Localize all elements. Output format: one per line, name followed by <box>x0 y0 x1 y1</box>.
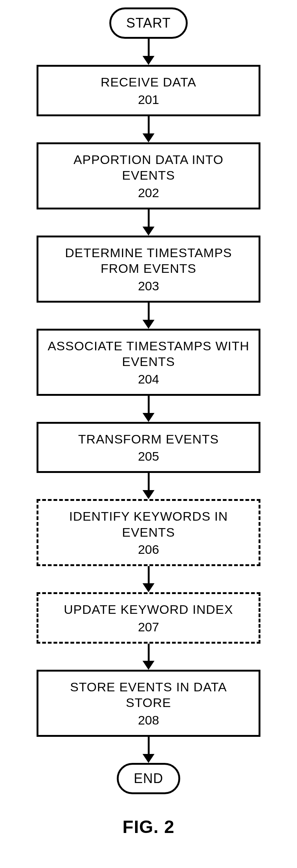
arrow-head <box>143 754 154 763</box>
arrow-head <box>143 661 154 670</box>
box-number: 208 <box>46 713 251 727</box>
box-title: STORE EVENTS IN DATA STORE <box>46 679 251 711</box>
arrow-line <box>148 473 150 490</box>
arrow-head <box>143 227 154 236</box>
process-box-207: UPDATE KEYWORD INDEX 207 <box>37 592 260 644</box>
end-terminal: END <box>117 763 180 794</box>
arrow-line <box>148 396 150 413</box>
arrow-line <box>148 39 150 56</box>
figure-caption: FIG. 2 <box>122 817 174 837</box>
arrow-line <box>148 303 150 320</box>
process-box-204: ASSOCIATE TIMESTAMPS WITH EVENTS 204 <box>37 329 260 396</box>
arrow-line <box>148 566 150 584</box>
arrow-line <box>148 209 150 227</box>
process-box-201: RECEIVE DATA 201 <box>37 65 260 116</box>
arrow-head <box>143 56 154 65</box>
box-number: 206 <box>46 542 251 557</box>
arrow <box>143 473 154 499</box>
end-label: END <box>134 771 163 786</box>
box-title: RECEIVE DATA <box>46 74 251 90</box>
arrow <box>143 303 154 329</box>
process-box-202: APPORTION DATA INTO EVENTS 202 <box>37 142 260 209</box>
arrow-head <box>143 583 154 592</box>
arrow-line <box>148 737 150 754</box>
arrow-line <box>148 116 150 134</box>
arrow <box>143 209 154 236</box>
arrow-line <box>148 644 150 661</box>
arrow <box>143 566 154 592</box>
process-box-208: STORE EVENTS IN DATA STORE 208 <box>37 670 260 737</box>
box-number: 204 <box>46 372 251 386</box>
box-number: 201 <box>46 92 251 107</box>
arrow-head <box>143 133 154 142</box>
arrow <box>143 39 154 65</box>
box-title: APPORTION DATA INTO EVENTS <box>46 152 251 183</box>
arrow-head <box>143 413 154 422</box>
flowchart: START RECEIVE DATA 201 APPORTION DATA IN… <box>0 0 297 852</box>
arrow <box>143 644 154 670</box>
arrow-head <box>143 490 154 499</box>
arrow <box>143 396 154 422</box>
process-box-205: TRANSFORM EVENTS 205 <box>37 422 260 473</box>
arrow-head <box>143 320 154 329</box>
box-number: 205 <box>46 449 251 464</box>
start-label: START <box>126 15 171 31</box>
process-box-206: IDENTIFY KEYWORDS IN EVENTS 206 <box>37 499 260 566</box>
start-terminal: START <box>109 7 188 39</box>
arrow <box>143 116 154 142</box>
box-title: UPDATE KEYWORD INDEX <box>46 602 251 618</box>
box-number: 202 <box>46 186 251 200</box>
box-number: 203 <box>46 279 251 293</box>
box-title: ASSOCIATE TIMESTAMPS WITH EVENTS <box>46 338 251 370</box>
process-box-203: DETERMINE TIMESTAMPS FROM EVENTS 203 <box>37 236 260 303</box>
box-title: DETERMINE TIMESTAMPS FROM EVENTS <box>46 245 251 277</box>
box-number: 207 <box>46 620 251 634</box>
arrow <box>143 737 154 763</box>
box-title: TRANSFORM EVENTS <box>46 431 251 447</box>
box-title: IDENTIFY KEYWORDS IN EVENTS <box>46 508 251 540</box>
